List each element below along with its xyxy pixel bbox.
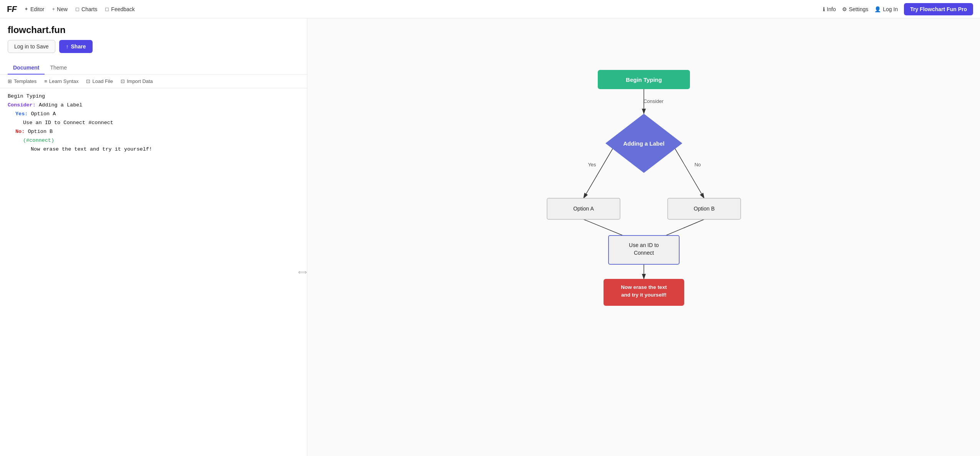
templates-button[interactable]: ⊞ Templates (8, 78, 36, 84)
nav-login[interactable]: 👤 Log In (874, 6, 898, 12)
navbar-right: ℹ Info ⚙ Settings 👤 Log In Try Flowchart… (823, 3, 973, 15)
settings-icon: ⚙ (842, 6, 847, 12)
code-line-4: Use an ID to Connect #connect (8, 119, 299, 128)
load-file-button[interactable]: ⊡ Load File (86, 78, 113, 84)
edge-label-yes: Yes (588, 162, 596, 167)
code-line-6: (#connect) (8, 136, 299, 145)
share-icon: ↑ (66, 43, 69, 50)
info-icon: ℹ (823, 6, 825, 12)
navbar: FF ✦ Editor + New ◻ Charts ◻ Feedback ℹ … (0, 0, 980, 18)
learn-syntax-icon: ≡ (44, 78, 47, 84)
try-pro-button[interactable]: Try Flowchart Fun Pro (904, 3, 973, 15)
nav-new[interactable]: + New (52, 6, 68, 12)
code-editor[interactable]: Begin Typing Consider: Adding a Label Ye… (0, 88, 307, 456)
charts-icon: ◻ (75, 6, 80, 12)
panel-actions: Log in to Save ↑ Share (8, 40, 299, 53)
nav-feedback[interactable]: ◻ Feedback (105, 6, 134, 12)
node-connect-label2: Connect (633, 250, 653, 256)
editor-icon: ✦ (24, 6, 28, 12)
page-title: flowchart.fun (8, 25, 299, 35)
edge-consider-optionA (584, 143, 616, 198)
main-layout: flowchart.fun Log in to Save ↑ Share Doc… (0, 18, 980, 456)
code-line-3: Yes: Option A (8, 110, 299, 119)
feedback-icon: ◻ (105, 6, 109, 12)
code-line-5: No: Option B (8, 128, 299, 136)
import-data-button[interactable]: ⊡ Import Data (121, 78, 153, 84)
diagram-panel: Consider Yes No Begin Typing Adding (307, 18, 980, 456)
load-file-icon: ⊡ (86, 78, 90, 84)
tab-bar: Document Theme (0, 61, 307, 75)
flowchart-svg: Consider Yes No Begin Typing Adding (509, 30, 778, 330)
import-data-icon: ⊡ (121, 78, 125, 84)
edge-consider-optionB (672, 143, 704, 198)
node-erase-label2: and try it yourself! (621, 292, 667, 298)
nav-settings[interactable]: ⚙ Settings (842, 6, 869, 12)
navbar-left: FF ✦ Editor + New ◻ Charts ◻ Feedback (7, 4, 135, 14)
logo: FF (7, 4, 17, 14)
user-icon: 👤 (874, 6, 881, 12)
nav-editor[interactable]: ✦ Editor (24, 6, 45, 12)
edge-label-no: No (694, 162, 701, 167)
learn-syntax-button[interactable]: ≡ Learn Syntax (44, 78, 78, 84)
toolbar: ⊞ Templates ≡ Learn Syntax ⊡ Load File ⊡… (0, 75, 307, 88)
diagram-container: Consider Yes No Begin Typing Adding (307, 18, 980, 341)
node-optionB-label: Option B (693, 206, 714, 212)
node-begin-typing-label: Begin Typing (626, 76, 662, 83)
templates-icon: ⊞ (8, 78, 12, 84)
code-content: Begin Typing Consider: Adding a Label Ye… (0, 88, 307, 158)
nav-charts[interactable]: ◻ Charts (75, 6, 97, 12)
code-line-2: Consider: Adding a Label (8, 101, 299, 110)
resize-handle[interactable]: ⟺ (298, 265, 307, 280)
edge-label-consider: Consider (643, 98, 663, 104)
code-line-1: Begin Typing (8, 92, 299, 101)
left-panel: flowchart.fun Log in to Save ↑ Share Doc… (0, 18, 307, 456)
node-adding-label-text: Adding a Label (623, 140, 665, 147)
node-optionA-label: Option A (573, 206, 594, 212)
code-line-7: Now erase the text and try it yourself! (8, 145, 299, 154)
login-save-button[interactable]: Log in to Save (8, 40, 55, 53)
tab-theme[interactable]: Theme (45, 61, 72, 75)
node-connect-label: Use an ID to (629, 242, 659, 248)
share-button[interactable]: ↑ Share (59, 40, 93, 53)
tab-document[interactable]: Document (8, 61, 45, 75)
nav-info[interactable]: ℹ Info (823, 6, 836, 12)
new-icon: + (52, 6, 55, 12)
panel-header: flowchart.fun Log in to Save ↑ Share (0, 18, 307, 61)
node-erase-label1: Now erase the text (621, 284, 667, 290)
